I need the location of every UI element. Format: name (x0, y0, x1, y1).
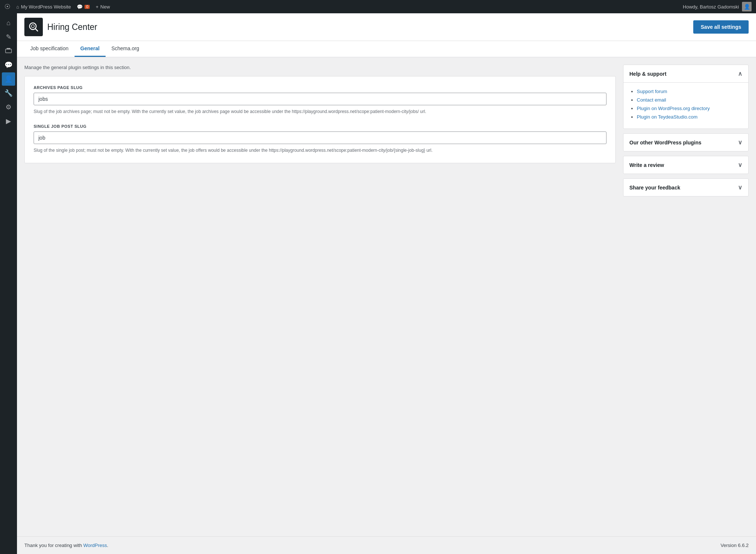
save-all-settings-button[interactable]: Save all settings (693, 20, 749, 34)
archives-slug-label: ARCHIVES PAGE SLUG (34, 85, 606, 90)
footer-thank-you: Thank you for creating with WordPress. (24, 543, 108, 548)
svg-point-4 (31, 25, 34, 28)
wp-org-directory-link[interactable]: Plugin on WordPress.org directory (637, 106, 710, 111)
wordpress-link[interactable]: WordPress (83, 543, 107, 548)
other-plugins-header[interactable]: Our other WordPress plugins ∨ (623, 134, 748, 151)
share-feedback-header[interactable]: Share your feedback ∨ (623, 179, 748, 196)
version-text: Version 6.6.2 (721, 543, 749, 548)
teydea-studio-link[interactable]: Plugin on TeydeaStudio.com (637, 114, 698, 120)
page-body: Manage the general plugin settings in th… (17, 57, 756, 536)
new-label: New (100, 4, 110, 10)
tab-job-specification[interactable]: Job specification (24, 41, 75, 57)
sidebar-item-media[interactable] (2, 44, 15, 58)
chevron-up-icon: ∧ (738, 70, 742, 77)
list-item: Support forum (637, 89, 742, 94)
comment-icon: 💬 (77, 4, 83, 10)
sidebar-column: Help & support ∧ Support forum Contact e… (623, 65, 749, 201)
sidebar-item-tools[interactable]: 🔧 (2, 86, 15, 100)
chevron-down-icon: ∨ (738, 184, 742, 191)
settings-box: ARCHIVES PAGE SLUG Slug of the job archi… (24, 76, 616, 163)
plugin-logo (24, 18, 43, 36)
plugin-title-wrap: Hiring Center (24, 18, 97, 36)
other-plugins-title: Our other WordPress plugins (629, 140, 701, 146)
write-review-panel: Write a review ∨ (623, 156, 749, 174)
avatar: 👤 (742, 2, 752, 11)
svg-rect-0 (6, 49, 11, 53)
sidebar-item-dashboard[interactable]: ⌂ (2, 16, 15, 30)
write-review-header[interactable]: Write a review ∨ (623, 156, 748, 174)
user-menu[interactable]: Howdy, Bartosz Gadomski 👤 (683, 2, 752, 11)
comments-link[interactable]: 💬 0 (77, 4, 90, 10)
new-content-link[interactable]: + New (96, 4, 110, 10)
admin-sidebar: ⌂ ✎ 💬 👤 🔧 ⚙ ▶ (0, 13, 17, 554)
list-item: Contact email (637, 97, 742, 103)
share-feedback-title: Share your feedback (629, 185, 680, 191)
tab-schema-org[interactable]: Schema.org (106, 41, 145, 57)
plugin-title: Hiring Center (47, 22, 97, 32)
sidebar-item-users[interactable]: 👤 (2, 72, 15, 86)
archives-slug-group: ARCHIVES PAGE SLUG Slug of the job archi… (34, 85, 606, 115)
howdy-text: Howdy, Bartosz Gadomski (683, 4, 739, 10)
topbar: ☉ ⌂ My WordPress Website 💬 0 + New Howdy… (0, 0, 756, 13)
single-job-slug-help: Slug of the single job post; must not be… (34, 147, 606, 154)
site-name-text: My WordPress Website (21, 4, 71, 10)
single-job-slug-label: SINGLE JOB POST SLUG (34, 124, 606, 129)
help-support-panel: Help & support ∧ Support forum Contact e… (623, 65, 749, 129)
chevron-down-icon: ∨ (738, 139, 742, 146)
share-feedback-panel: Share your feedback ∨ (623, 178, 749, 196)
plugin-header: Hiring Center Save all settings (17, 13, 756, 41)
chevron-down-icon: ∨ (738, 161, 742, 168)
site-name-link[interactable]: ⌂ My WordPress Website (16, 4, 71, 10)
footer: Thank you for creating with WordPress. V… (17, 536, 756, 554)
svg-line-3 (35, 29, 38, 31)
write-review-title: Write a review (629, 162, 664, 168)
other-plugins-panel: Our other WordPress plugins ∨ (623, 133, 749, 151)
list-item: Plugin on TeydeaStudio.com (637, 114, 742, 120)
help-support-links: Support forum Contact email Plugin on Wo… (629, 89, 742, 120)
help-support-title: Help & support (629, 71, 666, 77)
main-column: Manage the general plugin settings in th… (24, 65, 616, 163)
sidebar-item-plugins[interactable]: ⚙ (2, 100, 15, 114)
support-forum-link[interactable]: Support forum (637, 89, 667, 94)
single-job-slug-group: SINGLE JOB POST SLUG Slug of the single … (34, 124, 606, 154)
contact-email-link[interactable]: Contact email (637, 97, 666, 103)
sidebar-item-play[interactable]: ▶ (2, 114, 15, 128)
single-job-slug-input[interactable] (34, 131, 606, 144)
tabs-bar: Job specification General Schema.org (17, 41, 756, 57)
archives-slug-help: Slug of the job archives page; must not … (34, 108, 606, 115)
archives-slug-input[interactable] (34, 93, 606, 105)
list-item: Plugin on WordPress.org directory (637, 106, 742, 111)
home-icon: ⌂ (16, 4, 19, 10)
plus-icon: + (96, 4, 99, 10)
sidebar-item-posts[interactable]: ✎ (2, 30, 15, 44)
help-support-content: Support forum Contact email Plugin on Wo… (623, 82, 748, 129)
svg-rect-1 (7, 48, 10, 49)
page-description: Manage the general plugin settings in th… (24, 65, 616, 70)
main-wrap: Hiring Center Save all settings Job spec… (17, 13, 756, 554)
help-support-header[interactable]: Help & support ∧ (623, 65, 748, 82)
comment-count-badge: 0 (85, 5, 90, 9)
tab-general[interactable]: General (75, 41, 106, 57)
wp-logo-icon: ☉ (4, 3, 10, 11)
sidebar-item-comments[interactable]: 💬 (2, 58, 15, 72)
